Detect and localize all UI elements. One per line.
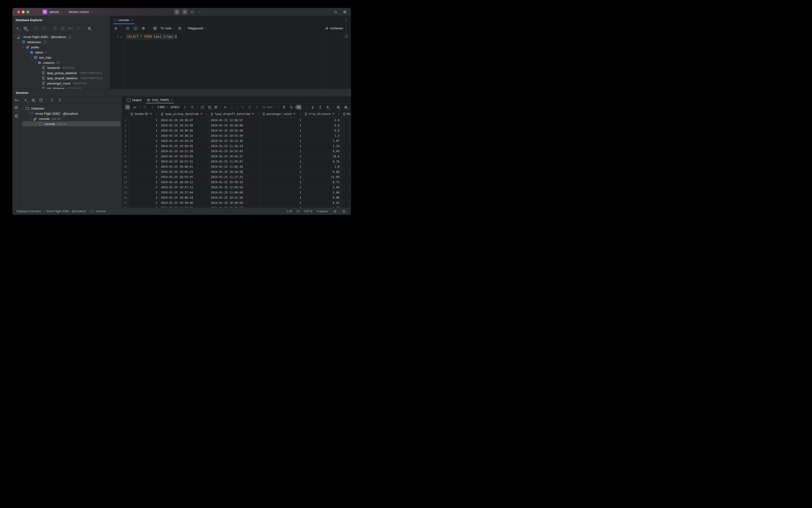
cell[interactable]: 2024-01-25 11:06:57 [209, 118, 261, 123]
file-encoding[interactable]: UTF-8 [304, 210, 312, 213]
chevron-down-icon[interactable] [26, 112, 29, 115]
tree-item-passenger-count[interactable]: passenger_countBIGINT(19) [12, 81, 110, 86]
cell[interactable]: 1 [261, 133, 303, 138]
chevron-down-icon[interactable] [14, 36, 17, 38]
cell[interactable]: 2024-01-25 11:23:57 [209, 206, 261, 207]
cell[interactable]: 1.47 [303, 206, 341, 207]
cell[interactable]: 1 [261, 128, 303, 133]
row-number[interactable]: 3 [122, 128, 129, 133]
tab-output[interactable]: >_ Output [125, 97, 144, 103]
cell[interactable]: 1 [261, 190, 303, 195]
row-number[interactable]: 10 [122, 164, 129, 169]
tree-item-tpep-dropoff-datetime[interactable]: tpep_dropoff_datetimeTIMESTAMP(26,6) [12, 76, 110, 81]
stop-process-button[interactable] [15, 106, 18, 109]
cell[interactable]: 2.06 [303, 185, 341, 190]
cell[interactable]: 2024-01-25 10:26:08 [209, 123, 261, 128]
cell[interactable]: 1 [261, 169, 303, 174]
tree-item-trip-distance[interactable]: trip_distanceDOUBLE(0) [12, 86, 110, 89]
reload-page-button[interactable] [200, 105, 205, 110]
grid-settings-button[interactable] [344, 105, 348, 110]
cell[interactable] [341, 133, 351, 138]
grid-view-options-button[interactable] [336, 105, 341, 110]
tree-item-public[interactable]: public [12, 45, 110, 50]
auto-refresh-button[interactable] [207, 105, 212, 110]
collapse-all-button[interactable] [57, 98, 62, 102]
cell[interactable]: 2024-01-25 10:42:27 [209, 154, 261, 159]
breadcrumb-console[interactable]: console [96, 210, 105, 213]
cell[interactable]: 1 [261, 180, 303, 185]
chevron-down-icon[interactable] [30, 56, 33, 59]
table-view-button[interactable] [125, 104, 130, 110]
vcs-widget[interactable]: Version control [69, 10, 92, 13]
cell[interactable]: 2024-01-25 11:03:07 [209, 159, 261, 164]
cell[interactable]: 2024-01-25 10:14:38 [209, 169, 261, 174]
cell[interactable] [341, 200, 351, 206]
cell[interactable]: 1 [261, 164, 303, 169]
export-format-dropdown[interactable]: CSV [295, 105, 305, 109]
cell[interactable]: 2024-01-25 10:49:56 [209, 200, 261, 206]
row-number[interactable]: 16 [122, 195, 129, 200]
cell[interactable]: 0.98 [303, 195, 341, 200]
sort-icon[interactable] [155, 113, 158, 115]
cell[interactable]: 1 [261, 154, 303, 159]
tree-item-datafusion[interactable]: datafusion1 [12, 39, 110, 45]
split-layout-button[interactable] [14, 114, 19, 118]
cell[interactable] [341, 195, 351, 200]
more-tools-button[interactable] [197, 10, 201, 14]
cell[interactable]: 2024-01-25 11:00:08 [209, 190, 261, 195]
row-number[interactable]: 12 [122, 174, 129, 180]
cell[interactable] [341, 174, 351, 180]
cell[interactable] [341, 190, 351, 195]
execute-button[interactable] [114, 26, 119, 31]
view-options-button[interactable] [31, 98, 36, 102]
cell[interactable]: 2 [129, 195, 159, 200]
cell[interactable]: 2024-01-25 10:21:26 [209, 195, 261, 200]
editor-options-button[interactable] [344, 18, 349, 23]
edit-as-table-button[interactable] [152, 26, 157, 31]
cell[interactable]: 18.6 [303, 154, 341, 159]
chevron-down-icon[interactable] [26, 51, 29, 53]
sort-icon[interactable] [337, 113, 340, 115]
cell[interactable] [341, 154, 351, 159]
cell[interactable]: 2024-01-25 10:58:21 [159, 206, 209, 207]
cell[interactable]: 2024-01-25 10:39:40 [159, 200, 209, 206]
cell[interactable]: 0.43 [303, 200, 341, 206]
line-separator[interactable]: LF [297, 210, 300, 213]
notifications-button[interactable] [342, 209, 346, 214]
cell[interactable]: 2024-01-25 10:47:21 [159, 185, 209, 190]
cell[interactable]: 2 [129, 159, 159, 164]
cell[interactable]: 2 [129, 154, 159, 159]
cell[interactable] [341, 206, 351, 207]
cell[interactable]: 1 [261, 138, 303, 143]
filter-funnel-icon[interactable] [332, 113, 335, 115]
filter-funnel-icon[interactable] [252, 113, 254, 115]
cell[interactable]: 2024-01-25 10:38:32 [159, 133, 209, 138]
readonly-toggle-button[interactable] [332, 209, 337, 214]
generate-ddl-button[interactable]: DDL [68, 26, 73, 31]
new-query-console-button[interactable] [53, 26, 57, 31]
previous-page-button[interactable] [150, 105, 155, 110]
cell[interactable]: 2024-01-25 10:53:20 [209, 133, 261, 138]
cell[interactable]: 2024-01-25 10:35:28 [209, 128, 261, 133]
column-header-passenger_count[interactable]: passenger_count [261, 111, 303, 118]
sql-code-line[interactable]: SELECT * FROM taxi_trips; [124, 32, 176, 89]
filter-funnel-icon[interactable] [293, 113, 296, 115]
tree-item-arrow-flight-jdbc-localhost[interactable]: Arrow Flight JDBC - @localhost1 [12, 34, 110, 39]
tree-item-columns[interactable]: columns19 [12, 60, 110, 65]
tx-mode-dropdown[interactable]: Tx: Auto [161, 27, 175, 30]
next-page-button[interactable] [183, 105, 187, 110]
sort-icon[interactable] [257, 113, 260, 115]
cell[interactable] [341, 164, 351, 169]
cell[interactable] [341, 118, 351, 123]
cell[interactable] [341, 185, 351, 190]
cell[interactable]: 2024-01-25 10:06:24 [159, 195, 209, 200]
caret-position[interactable]: 1:26 [287, 210, 292, 213]
tree-item-vendorid[interactable]: VendorIDINTEGER [12, 65, 110, 70]
cell[interactable]: 2 [129, 149, 159, 154]
cell[interactable]: 1 [261, 174, 303, 180]
cell[interactable]: 2024-01-25 10:37:04 [159, 190, 209, 195]
chevron-down-icon[interactable] [30, 118, 33, 120]
search-everywhere-button[interactable] [333, 10, 338, 14]
cell[interactable]: 1 [129, 123, 159, 128]
stop-query-button[interactable] [215, 106, 217, 109]
